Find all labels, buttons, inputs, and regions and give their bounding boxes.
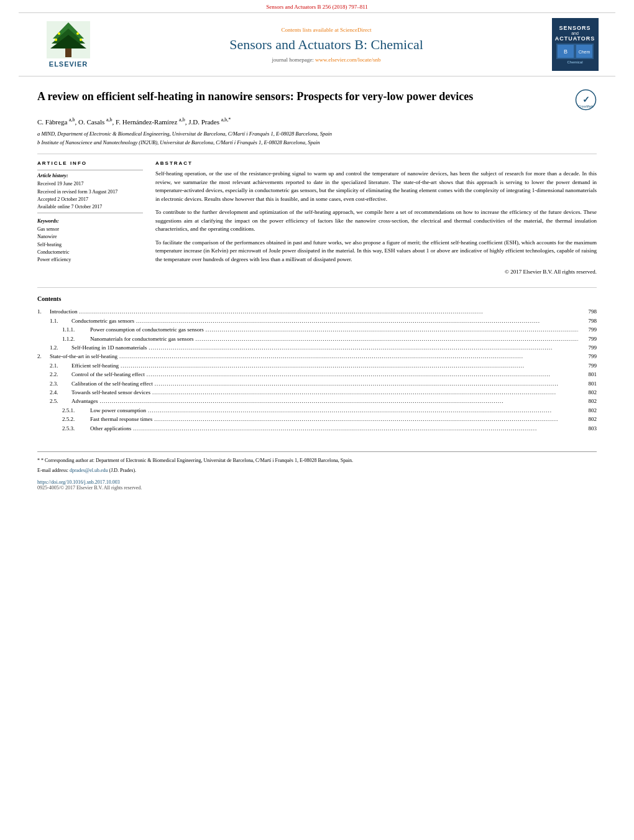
accepted-date: Accepted 2 October 2017 bbox=[37, 196, 143, 203]
toc-row: 1.Introduction..........................… bbox=[37, 307, 597, 316]
keyword-5: Power efficiency bbox=[37, 256, 143, 263]
doi-line[interactable]: https://doi.org/10.1016/j.snb.2017.10.00… bbox=[37, 479, 597, 485]
sensors-logo-container: SENSORS and ACTUATORS B Chem Chemical bbox=[547, 18, 603, 71]
sciencedirect-line: Contents lists available at ScienceDirec… bbox=[282, 27, 372, 33]
elsevier-logo: ELSEVIER bbox=[47, 21, 90, 68]
toc-label: Introduction bbox=[50, 307, 78, 316]
abstract-para-3: To facilitate the comparison of the perf… bbox=[155, 239, 597, 264]
toc-row: 2.5.2.Fast thermal response times.......… bbox=[37, 415, 597, 423]
toc-row: 1.1.1.Power consumption of conductometri… bbox=[37, 325, 597, 334]
toc-num: 1.1.2. bbox=[62, 335, 90, 343]
abstract-para-1: Self-heating operation, or the use of th… bbox=[155, 170, 597, 203]
toc-page: 801 bbox=[578, 379, 597, 388]
abstract-heading: ABSTRACT bbox=[155, 160, 597, 166]
toc-label: Calibration of the self-heating effect bbox=[71, 379, 153, 388]
toc-dots: ........................................… bbox=[117, 352, 578, 361]
contents-title: Contents bbox=[37, 295, 597, 302]
toc-row: 2.5.3.Other applications................… bbox=[37, 424, 597, 433]
sensors-logo-and: and bbox=[571, 31, 579, 35]
contents-section: Contents 1.Introduction.................… bbox=[37, 287, 597, 432]
footnote-email: E-mail address: dprades@el.ub.edu (J.D. … bbox=[37, 467, 597, 474]
toc-page: 798 bbox=[578, 307, 597, 316]
toc-page: 803 bbox=[578, 424, 597, 433]
toc-dots: ........................................… bbox=[98, 397, 579, 405]
toc-page: 799 bbox=[578, 335, 597, 343]
footnote-star-text: * * Corresponding author at: Department … bbox=[37, 457, 597, 464]
toc-page: 801 bbox=[578, 370, 597, 379]
toc-num: 2.3. bbox=[50, 379, 71, 388]
received-date: Received 19 June 2017 bbox=[37, 180, 143, 187]
toc-dots: ........................................… bbox=[193, 335, 578, 343]
toc-row: 2.1.Efficient self-heating..............… bbox=[37, 361, 597, 370]
journal-header: ELSEVIER Contents lists available at Sci… bbox=[19, 12, 615, 76]
email-label: E-mail address: bbox=[37, 468, 70, 473]
toc-label: Efficient self-heating bbox=[71, 361, 119, 370]
toc-dots: ........................................… bbox=[204, 325, 578, 334]
sensors-logo-graphic: B Chem bbox=[556, 44, 594, 59]
affiliations: a MIND, Department of Electronic & Biome… bbox=[37, 131, 597, 147]
header-center: Contents lists available at ScienceDirec… bbox=[106, 18, 547, 71]
toc-dots: ........................................… bbox=[131, 424, 578, 433]
issn-line: 0925-4005/© 2017 Elsevier B.V. All right… bbox=[37, 485, 597, 491]
journal-title: Sensors and Actuators B: Chemical bbox=[229, 37, 423, 53]
available-online-date: Available online 7 October 2017 bbox=[37, 203, 143, 210]
keywords-label: Keywords: bbox=[37, 218, 143, 224]
info-divider-bottom bbox=[37, 213, 143, 213]
divider-1 bbox=[37, 154, 597, 154]
toc-dots: ........................................… bbox=[147, 343, 578, 352]
toc-row: 2.2.Control of the self-heating effect..… bbox=[37, 370, 597, 379]
toc-row: 2.State-of-the-art in self-heating......… bbox=[37, 352, 597, 361]
received-revised-date: Received in revised form 3 August 2017 bbox=[37, 188, 143, 195]
email-address: dprades@el.ub.edu bbox=[70, 468, 108, 473]
info-divider-top bbox=[37, 170, 143, 170]
affiliation-b: b Institute of Nanoscience and Nanotechn… bbox=[37, 139, 597, 147]
homepage-prefix: journal homepage: bbox=[272, 57, 315, 63]
toc-label: Towards self-heated sensor devices bbox=[71, 388, 150, 397]
elsevier-logo-container: ELSEVIER bbox=[31, 18, 106, 71]
toc-row: 1.2.Self-Heating in 1D nanomaterials....… bbox=[37, 343, 597, 352]
toc-num: 2.4. bbox=[50, 388, 71, 397]
crossmark-icon: ✓ CrossMark bbox=[575, 89, 597, 111]
toc-row: 2.4.Towards self-heated sensor devices..… bbox=[37, 388, 597, 397]
keyword-2: Nanowire bbox=[37, 233, 143, 240]
toc-num: 2.5.1. bbox=[62, 406, 90, 415]
svg-point-8 bbox=[80, 39, 82, 41]
sensors-logo-top: SENSORS bbox=[559, 25, 590, 31]
toc-dots: ........................................… bbox=[152, 415, 578, 423]
toc-label: Low power consumption bbox=[90, 406, 146, 415]
toc-table: 1.Introduction..........................… bbox=[37, 307, 597, 432]
journal-homepage: journal homepage: www.elsevier.com/locat… bbox=[272, 57, 381, 63]
sciencedirect-label: ScienceDirect bbox=[340, 27, 371, 33]
toc-num: 1. bbox=[37, 307, 50, 316]
toc-page: 799 bbox=[578, 352, 597, 361]
homepage-url: www.elsevier.com/locate/snb bbox=[315, 57, 380, 63]
toc-dots: ........................................… bbox=[78, 307, 579, 316]
authors-text: C. Fàbrega a,b, O. Casals a,b, F. Hernán… bbox=[37, 118, 231, 126]
toc-dots: ........................................… bbox=[134, 316, 578, 325]
toc-dots: ........................................… bbox=[153, 379, 578, 388]
elsevier-text: ELSEVIER bbox=[49, 60, 88, 68]
toc-num: 1.1. bbox=[50, 316, 71, 325]
toc-label: Self-Heating in 1D nanomaterials bbox=[71, 343, 147, 352]
article-info-column: ARTICLE INFO Article history: Received 1… bbox=[37, 160, 143, 275]
toc-num: 2.1. bbox=[50, 361, 71, 370]
sensors-logo-actuators: ACTUATORS bbox=[555, 35, 595, 42]
two-column-section: ARTICLE INFO Article history: Received 1… bbox=[37, 160, 597, 275]
toc-label: Control of the self-heating effect bbox=[71, 370, 145, 379]
email-suffix: (J.D. Prades). bbox=[109, 468, 137, 473]
article-history-label: Article history: bbox=[37, 173, 143, 178]
abstract-para-2: To contribute to the further development… bbox=[155, 208, 597, 234]
abstract-column: ABSTRACT Self-heating operation, or the … bbox=[155, 160, 597, 275]
toc-page: 802 bbox=[578, 406, 597, 415]
toc-label: State-of-the-art in self-heating bbox=[50, 352, 117, 361]
svg-text:Chem: Chem bbox=[579, 50, 590, 54]
toc-num: 2.5. bbox=[50, 397, 71, 405]
svg-point-7 bbox=[55, 39, 57, 41]
toc-row: 1.1.2.Nanomaterials for conductometric g… bbox=[37, 335, 597, 343]
elsevier-tree-icon bbox=[47, 21, 90, 58]
toc-num: 2.2. bbox=[50, 370, 71, 379]
toc-label: Other applications bbox=[90, 424, 131, 433]
sensors-logo-chemical: Chemical bbox=[567, 60, 582, 64]
article-title-section: A review on efficient self-heating in na… bbox=[37, 89, 597, 111]
copyright-text: © 2017 Elsevier B.V. All rights reserved… bbox=[155, 269, 597, 275]
